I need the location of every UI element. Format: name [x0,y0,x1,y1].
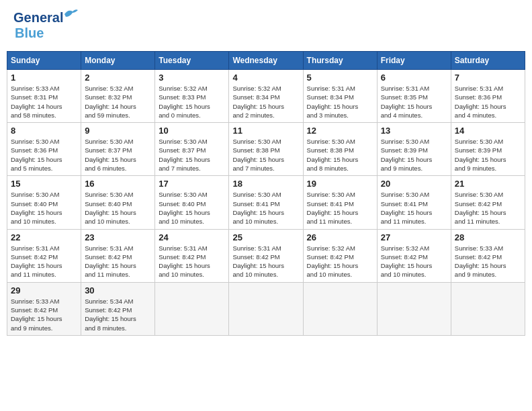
calendar-cell: 23Sunrise: 5:31 AM Sunset: 8:42 PM Dayli… [81,229,155,282]
day-info: Sunrise: 5:32 AM Sunset: 8:34 PM Dayligh… [232,84,299,120]
day-number: 9 [85,126,151,136]
calendar-cell: 6Sunrise: 5:31 AM Sunset: 8:35 PM Daylig… [377,70,451,123]
logo: General Blue [13,10,63,41]
calendar-cell: 24Sunrise: 5:31 AM Sunset: 8:42 PM Dayli… [155,229,229,282]
day-info: Sunrise: 5:30 AM Sunset: 8:36 PM Dayligh… [11,137,77,173]
calendar-cell: 3Sunrise: 5:32 AM Sunset: 8:33 PM Daylig… [155,70,229,123]
weekday-header-tuesday: Tuesday [155,52,229,70]
day-number: 13 [381,126,447,136]
day-number: 21 [455,179,521,189]
logo-bird-icon [63,7,78,19]
day-number: 25 [232,232,299,242]
day-number: 2 [85,73,151,83]
calendar-cell [451,282,525,335]
day-number: 7 [455,73,521,83]
week-row-5: 29Sunrise: 5:33 AM Sunset: 8:42 PM Dayli… [7,282,525,335]
calendar-cell: 27Sunrise: 5:32 AM Sunset: 8:42 PM Dayli… [377,229,451,282]
logo-blue: Blue [15,26,44,41]
day-info: Sunrise: 5:31 AM Sunset: 8:42 PM Dayligh… [85,244,151,279]
weekday-header-thursday: Thursday [303,52,377,70]
calendar-cell: 15Sunrise: 5:30 AM Sunset: 8:40 PM Dayli… [7,176,81,229]
calendar-cell [303,282,377,335]
day-info: Sunrise: 5:30 AM Sunset: 8:38 PM Dayligh… [232,137,299,173]
day-info: Sunrise: 5:31 AM Sunset: 8:35 PM Dayligh… [381,84,447,120]
calendar-cell: 20Sunrise: 5:30 AM Sunset: 8:41 PM Dayli… [377,176,451,229]
weekday-header-wednesday: Wednesday [229,52,303,70]
day-info: Sunrise: 5:30 AM Sunset: 8:37 PM Dayligh… [85,137,151,173]
day-number: 23 [85,232,151,242]
day-number: 18 [232,179,299,189]
day-number: 28 [455,232,521,242]
calendar-cell: 7Sunrise: 5:31 AM Sunset: 8:36 PM Daylig… [451,70,525,123]
page-header: General Blue [7,7,525,44]
calendar-cell: 26Sunrise: 5:32 AM Sunset: 8:42 PM Dayli… [303,229,377,282]
calendar-cell: 13Sunrise: 5:30 AM Sunset: 8:39 PM Dayli… [377,123,451,176]
day-number: 17 [159,179,225,189]
day-info: Sunrise: 5:31 AM Sunset: 8:34 PM Dayligh… [307,84,373,120]
weekday-header-row: SundayMondayTuesdayWednesdayThursdayFrid… [7,52,525,70]
day-info: Sunrise: 5:30 AM Sunset: 8:41 PM Dayligh… [232,190,299,226]
weekday-header-monday: Monday [81,52,155,70]
day-number: 3 [159,73,225,83]
day-number: 30 [85,285,151,295]
calendar-cell: 10Sunrise: 5:30 AM Sunset: 8:37 PM Dayli… [155,123,229,176]
day-info: Sunrise: 5:31 AM Sunset: 8:42 PM Dayligh… [159,244,225,279]
calendar-cell [377,282,451,335]
calendar-cell: 8Sunrise: 5:30 AM Sunset: 8:36 PM Daylig… [7,123,81,176]
logo-general: General [13,10,63,25]
day-number: 14 [455,126,521,136]
calendar-cell: 12Sunrise: 5:30 AM Sunset: 8:38 PM Dayli… [303,123,377,176]
day-info: Sunrise: 5:30 AM Sunset: 8:40 PM Dayligh… [159,190,225,226]
calendar-cell: 9Sunrise: 5:30 AM Sunset: 8:37 PM Daylig… [81,123,155,176]
day-info: Sunrise: 5:30 AM Sunset: 8:40 PM Dayligh… [85,190,151,226]
day-number: 16 [85,179,151,189]
day-info: Sunrise: 5:30 AM Sunset: 8:39 PM Dayligh… [381,137,447,173]
calendar-cell [155,282,229,335]
weekday-header-sunday: Sunday [7,52,81,70]
week-row-3: 15Sunrise: 5:30 AM Sunset: 8:40 PM Dayli… [7,176,525,229]
calendar-cell: 2Sunrise: 5:32 AM Sunset: 8:32 PM Daylig… [81,70,155,123]
calendar-cell: 28Sunrise: 5:33 AM Sunset: 8:42 PM Dayli… [451,229,525,282]
day-number: 10 [159,126,225,136]
calendar-cell: 14Sunrise: 5:30 AM Sunset: 8:39 PM Dayli… [451,123,525,176]
day-info: Sunrise: 5:31 AM Sunset: 8:36 PM Dayligh… [455,84,521,120]
day-number: 22 [11,232,77,242]
day-info: Sunrise: 5:33 AM Sunset: 8:42 PM Dayligh… [455,244,521,279]
day-info: Sunrise: 5:30 AM Sunset: 8:41 PM Dayligh… [307,190,373,226]
calendar-table: SundayMondayTuesdayWednesdayThursdayFrid… [7,51,525,336]
calendar-body: 1Sunrise: 5:33 AM Sunset: 8:31 PM Daylig… [7,70,525,336]
weekday-header-saturday: Saturday [451,52,525,70]
day-number: 1 [11,73,77,83]
day-number: 19 [307,179,373,189]
calendar-cell: 25Sunrise: 5:31 AM Sunset: 8:42 PM Dayli… [229,229,303,282]
day-number: 8 [11,126,77,136]
day-info: Sunrise: 5:32 AM Sunset: 8:33 PM Dayligh… [159,84,225,120]
day-info: Sunrise: 5:33 AM Sunset: 8:31 PM Dayligh… [11,84,77,120]
week-row-2: 8Sunrise: 5:30 AM Sunset: 8:36 PM Daylig… [7,123,525,176]
day-number: 24 [159,232,225,242]
day-info: Sunrise: 5:30 AM Sunset: 8:40 PM Dayligh… [11,190,77,226]
calendar-cell: 19Sunrise: 5:30 AM Sunset: 8:41 PM Dayli… [303,176,377,229]
day-info: Sunrise: 5:31 AM Sunset: 8:42 PM Dayligh… [232,244,299,279]
calendar-cell [229,282,303,335]
calendar-cell: 1Sunrise: 5:33 AM Sunset: 8:31 PM Daylig… [7,70,81,123]
calendar-cell: 17Sunrise: 5:30 AM Sunset: 8:40 PM Dayli… [155,176,229,229]
day-number: 6 [381,73,447,83]
day-number: 5 [307,73,373,83]
day-number: 12 [307,126,373,136]
week-row-4: 22Sunrise: 5:31 AM Sunset: 8:42 PM Dayli… [7,229,525,282]
day-info: Sunrise: 5:32 AM Sunset: 8:42 PM Dayligh… [381,244,447,279]
calendar-cell: 18Sunrise: 5:30 AM Sunset: 8:41 PM Dayli… [229,176,303,229]
day-number: 27 [381,232,447,242]
calendar-cell: 11Sunrise: 5:30 AM Sunset: 8:38 PM Dayli… [229,123,303,176]
day-number: 20 [381,179,447,189]
calendar-cell: 21Sunrise: 5:30 AM Sunset: 8:42 PM Dayli… [451,176,525,229]
day-info: Sunrise: 5:34 AM Sunset: 8:42 PM Dayligh… [85,297,151,332]
calendar-cell: 30Sunrise: 5:34 AM Sunset: 8:42 PM Dayli… [81,282,155,335]
day-info: Sunrise: 5:30 AM Sunset: 8:42 PM Dayligh… [455,190,521,226]
calendar-cell: 5Sunrise: 5:31 AM Sunset: 8:34 PM Daylig… [303,70,377,123]
week-row-1: 1Sunrise: 5:33 AM Sunset: 8:31 PM Daylig… [7,70,525,123]
day-number: 4 [232,73,299,83]
day-info: Sunrise: 5:30 AM Sunset: 8:41 PM Dayligh… [381,190,447,226]
day-info: Sunrise: 5:32 AM Sunset: 8:42 PM Dayligh… [307,244,373,279]
